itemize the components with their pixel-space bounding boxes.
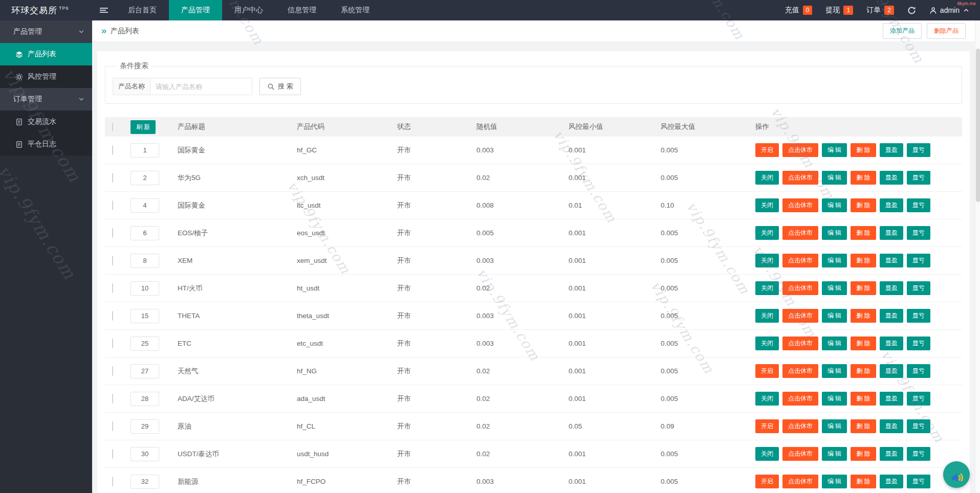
pause-button[interactable]: 点击休市 xyxy=(782,309,818,323)
loss-button[interactable]: 显亏 xyxy=(907,198,930,212)
quick-link-2[interactable]: 订单2 xyxy=(866,6,894,15)
toggle-market-button[interactable]: 关闭 xyxy=(755,226,779,240)
pause-button[interactable]: 点击休市 xyxy=(782,198,818,212)
delete-button[interactable]: 删 除 xyxy=(851,171,876,185)
delete-button[interactable]: 删 除 xyxy=(851,419,876,433)
edit-button[interactable]: 编 辑 xyxy=(822,337,847,350)
edit-button[interactable]: 编 辑 xyxy=(822,447,847,461)
win-button[interactable]: 显盈 xyxy=(880,143,903,157)
win-button[interactable]: 显盈 xyxy=(880,337,903,350)
menu-toggle-icon[interactable] xyxy=(92,0,116,20)
row-checkbox[interactable] xyxy=(112,228,113,238)
pause-button[interactable]: 点击休市 xyxy=(782,337,818,350)
quick-link-1[interactable]: 提现1 xyxy=(825,6,853,15)
select-all-checkbox[interactable] xyxy=(112,123,113,131)
loss-button[interactable]: 显亏 xyxy=(907,364,930,378)
delete-button[interactable]: 删 除 xyxy=(851,281,876,295)
loss-button[interactable]: 显亏 xyxy=(907,447,930,461)
loss-button[interactable]: 显亏 xyxy=(907,171,930,185)
edit-button[interactable]: 编 辑 xyxy=(822,198,847,212)
win-button[interactable]: 显盈 xyxy=(880,254,903,267)
win-button[interactable]: 显盈 xyxy=(880,226,903,240)
edit-button[interactable]: 编 辑 xyxy=(822,392,847,406)
pause-button[interactable]: 点击休市 xyxy=(782,419,818,433)
edit-button[interactable]: 编 辑 xyxy=(822,364,847,378)
delete-button[interactable]: 删 除 xyxy=(851,392,876,406)
loss-button[interactable]: 显亏 xyxy=(907,392,930,406)
pause-button[interactable]: 点击休市 xyxy=(782,447,818,461)
win-button[interactable]: 显盈 xyxy=(880,392,903,406)
edit-button[interactable]: 编 辑 xyxy=(822,171,847,185)
nav-item-1[interactable]: 产品管理 xyxy=(169,0,222,20)
product-id-field[interactable]: 25 xyxy=(130,337,159,351)
refresh-icon[interactable] xyxy=(907,6,916,15)
win-button[interactable]: 显盈 xyxy=(880,419,903,433)
toggle-market-button[interactable]: 开启 xyxy=(755,364,779,378)
delete-button[interactable]: 删 除 xyxy=(851,447,876,461)
toggle-market-button[interactable]: 关闭 xyxy=(755,171,779,185)
nav-item-0[interactable]: 后台首页 xyxy=(116,0,169,20)
loss-button[interactable]: 显亏 xyxy=(907,475,930,488)
product-id-field[interactable]: 1 xyxy=(130,143,159,158)
row-checkbox[interactable] xyxy=(112,311,113,321)
sidebar-item-5[interactable]: 平仓日志 xyxy=(0,133,92,155)
pause-button[interactable]: 点击休市 xyxy=(782,226,818,240)
add-product-button[interactable]: 添加产品 xyxy=(883,23,922,39)
pause-button[interactable]: 点击休市 xyxy=(782,171,818,185)
win-button[interactable]: 显盈 xyxy=(880,171,903,185)
delete-product-button[interactable]: 删除产品 xyxy=(927,23,966,39)
edit-button[interactable]: 编 辑 xyxy=(822,226,847,240)
row-checkbox[interactable] xyxy=(112,173,113,183)
audio-notification-button[interactable] xyxy=(943,461,970,488)
quick-link-0[interactable]: 充值0 xyxy=(785,6,813,15)
pause-button[interactable]: 点击休市 xyxy=(782,281,818,295)
row-checkbox[interactable] xyxy=(112,283,113,293)
win-button[interactable]: 显盈 xyxy=(880,309,903,323)
toggle-market-button[interactable]: 关闭 xyxy=(755,198,779,212)
edit-button[interactable]: 编 辑 xyxy=(822,309,847,323)
sidebar-group-3[interactable]: 订单管理 xyxy=(0,88,92,110)
nav-item-2[interactable]: 用户中心 xyxy=(222,0,275,20)
toggle-market-button[interactable]: 开启 xyxy=(755,143,779,157)
delete-button[interactable]: 删 除 xyxy=(851,143,876,157)
loss-button[interactable]: 显亏 xyxy=(907,337,930,350)
delete-button[interactable]: 删 除 xyxy=(851,254,876,267)
delete-button[interactable]: 删 除 xyxy=(851,226,876,240)
edit-button[interactable]: 编 辑 xyxy=(822,254,847,267)
product-id-field[interactable]: 8 xyxy=(130,254,159,268)
row-checkbox[interactable] xyxy=(112,200,113,210)
pause-button[interactable]: 点击休市 xyxy=(782,143,818,157)
toggle-market-button[interactable]: 关闭 xyxy=(755,281,779,295)
pause-button[interactable]: 点击休市 xyxy=(782,392,818,406)
loss-button[interactable]: 显亏 xyxy=(907,419,930,433)
row-checkbox[interactable] xyxy=(112,449,113,459)
row-checkbox[interactable] xyxy=(112,366,113,376)
edit-button[interactable]: 编 辑 xyxy=(822,475,847,488)
loss-button[interactable]: 显亏 xyxy=(907,254,930,267)
row-checkbox[interactable] xyxy=(112,394,113,404)
pause-button[interactable]: 点击休市 xyxy=(782,475,818,488)
toggle-market-button[interactable]: 关闭 xyxy=(755,337,779,350)
loss-button[interactable]: 显亏 xyxy=(907,143,930,157)
delete-button[interactable]: 删 除 xyxy=(851,475,876,488)
sidebar-group-0[interactable]: 产品管理 xyxy=(0,20,92,43)
toggle-market-button[interactable]: 关闭 xyxy=(755,309,779,323)
product-id-field[interactable]: 4 xyxy=(130,198,159,213)
delete-button[interactable]: 删 除 xyxy=(851,337,876,350)
sidebar-item-4[interactable]: 交易流水 xyxy=(0,110,92,133)
product-id-field[interactable]: 32 xyxy=(130,475,159,489)
edit-button[interactable]: 编 辑 xyxy=(822,419,847,433)
toggle-market-button[interactable]: 关闭 xyxy=(755,254,779,267)
win-button[interactable]: 显盈 xyxy=(880,364,903,378)
user-menu[interactable]: admin xyxy=(929,6,970,14)
product-id-field[interactable]: 15 xyxy=(130,309,159,323)
scrollbar-thumb[interactable] xyxy=(976,49,980,202)
row-checkbox[interactable] xyxy=(112,421,113,431)
delete-button[interactable]: 删 除 xyxy=(851,309,876,323)
row-checkbox[interactable] xyxy=(112,145,113,155)
loss-button[interactable]: 显亏 xyxy=(907,309,930,323)
search-button[interactable]: 搜 索 xyxy=(259,78,301,95)
nav-item-4[interactable]: 系统管理 xyxy=(329,0,382,20)
product-id-field[interactable]: 2 xyxy=(130,171,159,185)
toggle-market-button[interactable]: 开启 xyxy=(755,419,779,433)
